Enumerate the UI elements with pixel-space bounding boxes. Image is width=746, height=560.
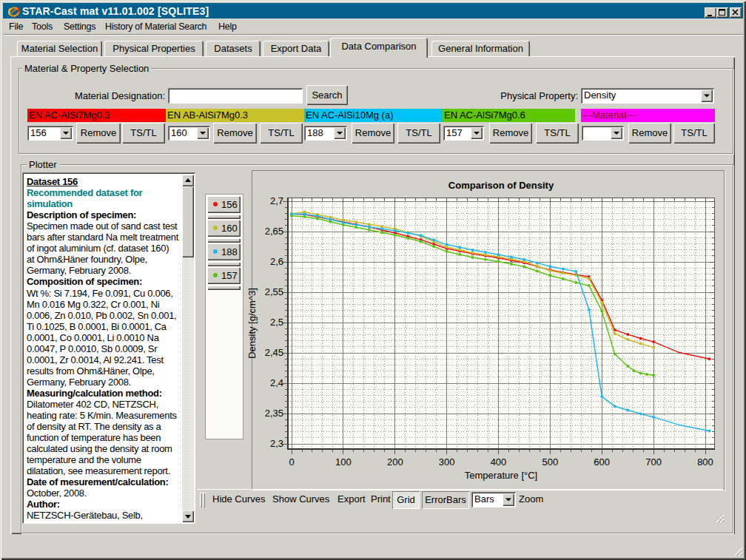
svg-text:0: 0 [289, 456, 294, 468]
svg-text:400: 400 [491, 456, 507, 468]
svg-text:Temperature [°C]: Temperature [°C] [465, 470, 537, 481]
svg-text:2,4: 2,4 [270, 377, 283, 388]
svg-text:300: 300 [439, 456, 455, 468]
svg-text:2,35: 2,35 [265, 408, 283, 419]
svg-text:2,3: 2,3 [270, 438, 283, 449]
svg-text:2,5: 2,5 [270, 317, 283, 328]
svg-text:Comparison of Density: Comparison of Density [448, 180, 554, 191]
svg-text:100: 100 [335, 456, 352, 468]
svg-text:800: 800 [697, 456, 713, 468]
svg-text:200: 200 [387, 456, 403, 468]
svg-text:2,7: 2,7 [270, 195, 283, 206]
svg-text:600: 600 [594, 456, 610, 468]
svg-text:Density [g/cm^3]: Density [g/cm^3] [246, 288, 258, 359]
svg-text:2,65: 2,65 [265, 226, 283, 237]
svg-text:700: 700 [645, 456, 662, 468]
svg-text:2,6: 2,6 [270, 256, 283, 267]
svg-text:2,55: 2,55 [265, 286, 283, 297]
svg-text:2,45: 2,45 [265, 347, 283, 358]
svg-text:500: 500 [542, 456, 559, 468]
